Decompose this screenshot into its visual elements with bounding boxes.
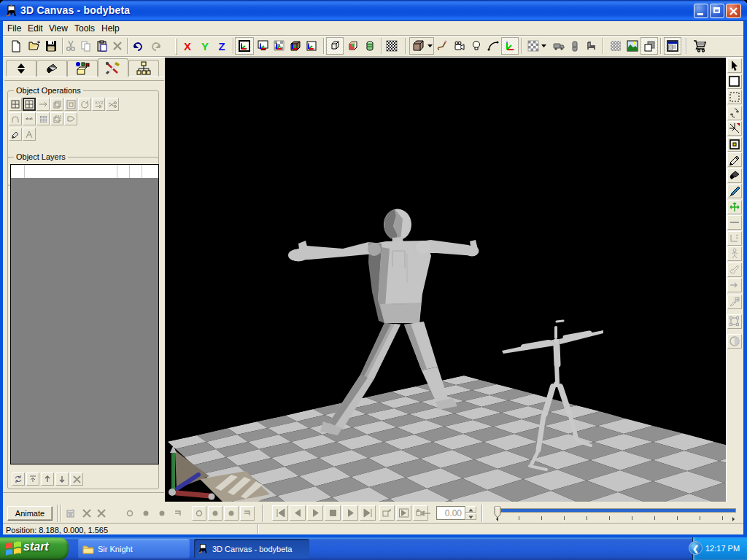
svg-text:XYZ: XYZ — [95, 101, 104, 105]
